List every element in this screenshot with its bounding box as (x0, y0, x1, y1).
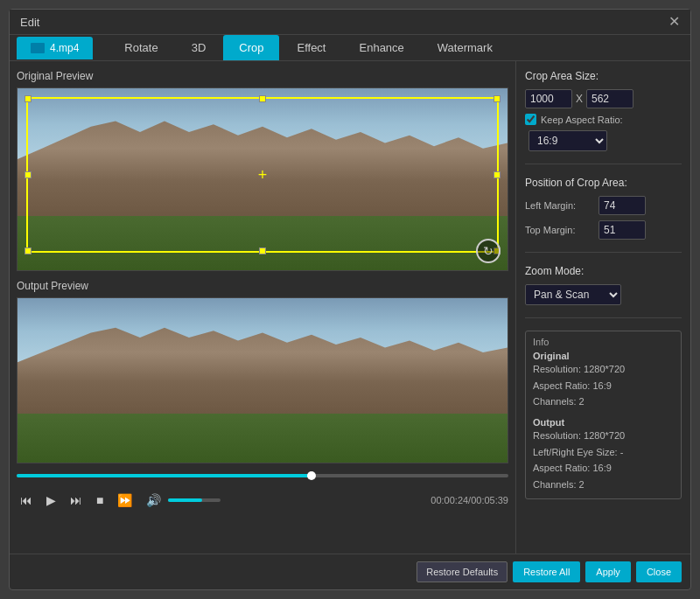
file-tab-label: 4.mp4 (50, 42, 79, 54)
left-margin-row: Left Margin: (525, 196, 682, 215)
restore-defaults-button[interactable]: Restore Defaults (416, 561, 508, 582)
crop-area-title: Crop Area Size: (525, 70, 682, 82)
tab-crop[interactable]: Crop (223, 35, 279, 60)
zoom-title: Zoom Mode: (525, 265, 682, 277)
zoom-mode-select[interactable]: Pan & Scan Letterbox Full (525, 284, 621, 305)
crop-handle-bl[interactable] (24, 247, 32, 254)
seek-bar-fill (17, 474, 312, 477)
original-channels: Channels: 2 (533, 394, 674, 410)
volume-slider[interactable] (168, 498, 220, 502)
bottom-buttons: Restore Defaults Restore All Apply Close (10, 554, 690, 589)
top-margin-label: Top Margin: (525, 225, 595, 235)
crop-width-input[interactable] (525, 89, 572, 108)
left-panel: Original Preview (10, 61, 515, 554)
skip-back-button[interactable]: ⏮ (17, 491, 36, 509)
edit-window: Edit ✕ 4.mp4 Rotate 3D Crop Effect Enhan… (9, 9, 691, 590)
output-eye-size: Left/Right Eye Size: - (533, 444, 674, 461)
tab-bar: 4.mp4 Rotate 3D Crop Effect Enhance Wate… (10, 35, 690, 61)
content-area: Original Preview (10, 61, 690, 554)
original-resolution: Resolution: 1280*720 (533, 361, 674, 378)
crop-height-input[interactable] (586, 89, 634, 108)
restore-all-button[interactable]: Restore All (513, 561, 580, 582)
output-preview-label: Output Preview (17, 278, 508, 294)
position-section: Position of Crop Area: Left Margin: Top … (525, 177, 682, 240)
aspect-ratio-select[interactable]: 16:9 4:3 1:1 Custom (528, 130, 607, 151)
volume-icon[interactable]: 🔊 (143, 491, 164, 509)
next-frame-button[interactable]: ⏩ (114, 491, 136, 509)
output-aspect: Aspect Ratio: 16:9 (533, 460, 674, 477)
crop-overlay[interactable]: + (26, 97, 499, 253)
file-icon (31, 43, 45, 53)
output-resolution: Resolution: 1280*720 (533, 428, 674, 444)
crop-handle-ml[interactable] (24, 171, 32, 178)
left-margin-input[interactable] (598, 196, 646, 215)
file-tab[interactable]: 4.mp4 (17, 37, 93, 59)
volume-control: 🔊 (143, 491, 220, 509)
original-info-label: Original (533, 351, 674, 361)
left-margin-label: Left Margin: (525, 200, 595, 211)
crop-handle-tm[interactable] (259, 95, 266, 102)
crop-handle-bm[interactable] (259, 247, 266, 254)
info-title: Info (533, 337, 674, 347)
tab-rotate[interactable]: Rotate (108, 35, 173, 60)
output-preview-section: Output Preview (17, 278, 508, 463)
keep-aspect-row: Keep Aspect Ratio: (525, 114, 682, 125)
volume-fill (168, 498, 202, 502)
top-margin-input[interactable] (598, 220, 646, 240)
keep-aspect-label: Keep Aspect Ratio: (541, 115, 623, 125)
tab-3d[interactable]: 3D (176, 35, 222, 60)
top-margin-row: Top Margin: (525, 220, 682, 240)
crop-handle-tr[interactable] (494, 95, 500, 102)
crop-rotate-icon[interactable]: ↻ (476, 239, 500, 263)
stop-button[interactable]: ■ (93, 491, 107, 509)
keep-aspect-checkbox[interactable] (525, 114, 536, 125)
output-video-frame (18, 298, 508, 463)
tab-watermark[interactable]: Watermark (422, 35, 508, 60)
tab-effect[interactable]: Effect (281, 35, 341, 60)
play-button[interactable]: ▶ (43, 491, 60, 509)
time-display: 00:00:24/00:05:39 (430, 495, 508, 505)
crop-handle-tl[interactable] (24, 95, 32, 102)
crop-area-size-section: Crop Area Size: X Keep Aspect Ratio: 16:… (525, 70, 682, 151)
divider-1 (525, 164, 682, 164)
window-close-button[interactable]: ✕ (668, 15, 680, 29)
position-title: Position of Crop Area: (525, 177, 682, 189)
divider-3 (525, 317, 682, 318)
output-channels: Channels: 2 (533, 477, 674, 493)
zoom-mode-section: Zoom Mode: Pan & Scan Letterbox Full (525, 265, 682, 305)
original-preview-label: Original Preview (17, 68, 508, 84)
crop-size-row: X (525, 89, 682, 108)
output-preview-container (17, 297, 508, 463)
seek-bar[interactable] (17, 474, 508, 477)
skip-forward-button[interactable]: ⏭ (66, 491, 86, 509)
divider-2 (525, 252, 682, 253)
original-aspect: Aspect Ratio: 16:9 (533, 378, 674, 394)
output-green-bg (18, 414, 508, 463)
info-box: Info Original Resolution: 1280*720 Aspec… (525, 331, 682, 499)
apply-button[interactable]: Apply (585, 561, 631, 582)
seek-bar-thumb[interactable] (307, 471, 316, 480)
tab-enhance[interactable]: Enhance (344, 35, 420, 60)
close-dialog-button[interactable]: Close (636, 561, 682, 582)
title-bar: Edit ✕ (10, 10, 690, 35)
controls-bar: ⏮ ▶ ⏭ ■ ⏩ 🔊 00:00:24/00:05:39 (17, 488, 508, 512)
window-title: Edit (20, 16, 39, 29)
output-info-label: Output (533, 417, 674, 428)
original-preview-container: + ↻ (17, 87, 508, 271)
original-preview-section: Original Preview (17, 68, 508, 271)
seek-bar-container (17, 470, 508, 481)
right-panel: Crop Area Size: X Keep Aspect Ratio: 16:… (515, 61, 690, 554)
crop-handle-mr[interactable] (494, 171, 500, 178)
crop-crosshair: + (258, 166, 268, 185)
x-separator: X (576, 93, 583, 105)
